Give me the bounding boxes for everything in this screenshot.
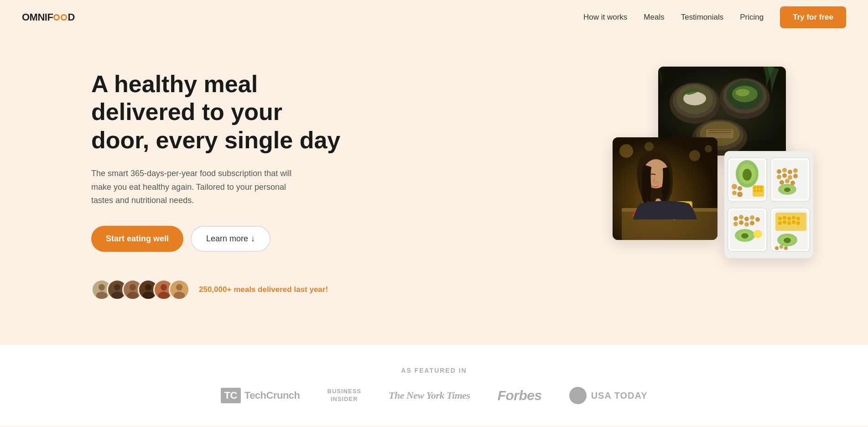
svg-point-78 [784,187,790,192]
hero-section: A healthy meal delivered to your door, e… [0,35,868,345]
usa-today-circle [569,387,587,404]
svg-point-84 [750,215,754,220]
svg-point-70 [782,173,787,178]
forbes-text: Forbes [498,388,542,403]
customer-avatars [91,279,190,300]
svg-point-89 [750,221,754,225]
logo-circle-left [53,14,60,21]
navbar: OMNIF D How it works Meals Testimonials … [0,0,868,35]
svg-point-74 [785,179,790,183]
business-insider-text: BUSINESSINSIDER [327,388,361,403]
svg-point-58 [757,186,759,189]
svg-point-36 [705,145,712,152]
svg-point-35 [689,150,700,161]
svg-point-69 [777,175,781,179]
svg-point-82 [739,215,743,219]
svg-point-7 [130,284,136,291]
svg-point-72 [793,174,798,178]
svg-point-87 [739,220,743,225]
logo[interactable]: OMNIF D [22,11,75,23]
svg-point-112 [784,246,788,250]
svg-point-53 [738,186,742,191]
avatar-6 [169,279,190,300]
containers-svg [724,151,813,258]
svg-point-85 [755,217,760,222]
hero-buttons: Start eating well Learn more ↓ [91,226,347,252]
svg-point-104 [787,221,791,225]
svg-point-103 [783,220,786,224]
meal-count: 250,000+ [199,285,231,294]
nav-link-testimonials[interactable]: Testimonials [681,13,724,21]
techcrunch-logo: TC TechCrunch [221,388,300,403]
svg-point-10 [145,284,151,291]
learn-more-arrow: ↓ [251,234,255,244]
usa-today-text: USA TODAY [591,391,648,401]
learn-more-button[interactable]: Learn more ↓ [191,226,270,252]
svg-point-93 [753,230,762,238]
nav-item-meals[interactable]: Meals [644,13,664,22]
svg-point-61 [757,189,759,192]
svg-point-81 [733,216,738,221]
nav-link-pricing[interactable]: Pricing [740,13,764,21]
nav-links: How it works Meals Testimonials Pricing … [583,6,846,28]
hero-description: The smart 365-days-per-year food subscri… [91,167,292,208]
svg-point-73 [780,180,784,185]
svg-point-97 [778,217,782,220]
featured-logos: TC TechCrunch BUSINESSINSIDER The New Yo… [36,387,832,404]
svg-point-27 [736,89,749,96]
svg-point-92 [741,233,748,239]
logo-circle-right [61,14,67,21]
svg-point-60 [754,189,756,192]
nav-item-pricing[interactable]: Pricing [740,13,764,22]
svg-point-105 [792,220,795,224]
svg-point-52 [732,184,737,189]
svg-point-33 [619,144,633,158]
svg-point-65 [777,169,781,174]
tc-icon: TC [221,388,241,403]
logo-text-part1: OMNIF [22,11,53,23]
svg-point-110 [775,246,779,250]
svg-point-86 [733,222,738,226]
try-for-free-button[interactable]: Try for free [780,6,846,28]
learn-more-label: Learn more [206,234,248,244]
hero-image-containers [724,151,813,258]
logo-oo [53,14,68,21]
forbes-logo: Forbes [498,388,542,403]
svg-point-66 [782,168,787,172]
svg-point-88 [744,222,749,227]
svg-point-102 [778,221,782,225]
svg-point-68 [793,168,798,173]
social-proof-text: 250,000+ meals delivered last year! [199,285,328,294]
svg-point-34 [645,142,654,151]
meal-count-suffix: meals delivered last year! [234,285,328,294]
nyt-logo: The New York Times [389,390,470,401]
svg-point-98 [783,216,786,219]
start-eating-well-button[interactable]: Start eating well [91,226,183,252]
nav-link-how-it-works[interactable]: How it works [583,13,627,21]
nav-item-how-it-works[interactable]: How it works [583,13,627,22]
svg-point-11 [143,292,154,299]
svg-point-4 [114,284,120,291]
logo-text-part2: D [68,11,74,23]
nav-item-testimonials[interactable]: Testimonials [681,13,724,22]
svg-point-17 [174,292,185,299]
nav-item-cta[interactable]: Try for free [780,6,846,28]
techcrunch-text: TechCrunch [244,390,300,401]
svg-point-62 [760,189,763,192]
svg-point-2 [96,292,107,299]
hero-title: A healthy meal delivered to your door, e… [91,70,347,154]
svg-point-54 [732,191,737,195]
svg-point-109 [784,238,791,243]
featured-section: AS FEATURED IN TC TechCrunch BUSINESSINS… [0,345,868,426]
svg-point-106 [796,221,800,225]
svg-point-5 [112,292,123,299]
svg-point-1 [99,284,105,291]
business-insider-logo: BUSINESSINSIDER [327,388,361,403]
featured-label: AS FEATURED IN [36,367,832,374]
woman-eating-svg [613,137,717,240]
nav-link-meals[interactable]: Meals [644,13,664,21]
hero-images [613,67,813,304]
svg-point-14 [158,292,169,299]
svg-point-99 [787,217,791,220]
svg-point-101 [796,217,800,220]
